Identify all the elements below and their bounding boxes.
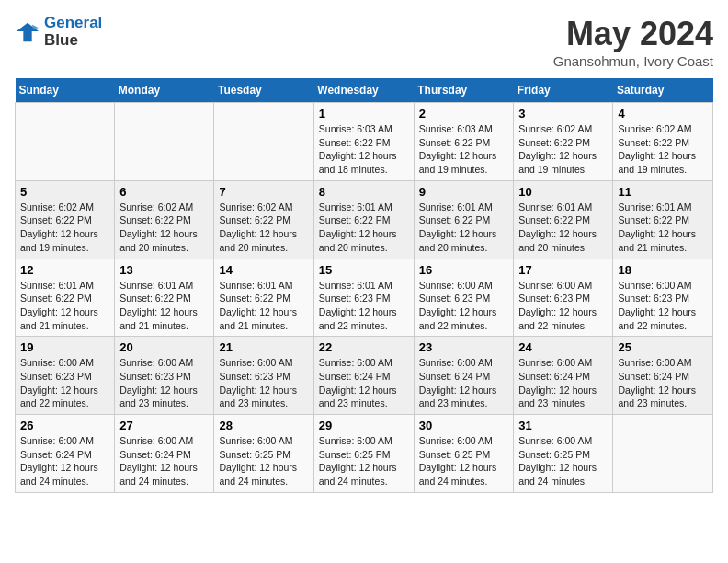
- day-info: Sunrise: 6:02 AM Sunset: 6:22 PM Dayligh…: [119, 201, 209, 255]
- day-number: 16: [419, 263, 509, 277]
- day-info: Sunrise: 6:00 AM Sunset: 6:23 PM Dayligh…: [419, 279, 509, 333]
- calendar-week-2: 5Sunrise: 6:02 AM Sunset: 6:22 PM Daylig…: [16, 180, 713, 259]
- header-day-friday: Friday: [514, 78, 613, 103]
- day-number: 9: [419, 185, 509, 199]
- calendar-cell: 9Sunrise: 6:01 AM Sunset: 6:22 PM Daylig…: [414, 180, 514, 259]
- day-number: 29: [319, 419, 409, 432]
- day-number: 6: [119, 185, 209, 199]
- day-number: 21: [219, 340, 308, 354]
- calendar-cell: [115, 103, 214, 181]
- day-info: Sunrise: 6:01 AM Sunset: 6:22 PM Dayligh…: [618, 201, 708, 255]
- day-number: 31: [518, 419, 608, 432]
- svg-marker-0: [17, 22, 39, 41]
- day-number: 1: [319, 107, 409, 121]
- day-info: Sunrise: 6:00 AM Sunset: 6:23 PM Dayligh…: [119, 356, 209, 410]
- calendar-cell: 25Sunrise: 6:00 AM Sunset: 6:24 PM Dayli…: [613, 337, 713, 415]
- calendar-cell: 29Sunrise: 6:00 AM Sunset: 6:25 PM Dayli…: [313, 415, 414, 493]
- calendar-week-1: 1Sunrise: 6:03 AM Sunset: 6:22 PM Daylig…: [16, 103, 713, 181]
- title-block: May 2024 Gnansohmun, Ivory Coast: [553, 15, 713, 69]
- day-info: Sunrise: 6:00 AM Sunset: 6:24 PM Dayligh…: [20, 434, 109, 488]
- day-number: 19: [20, 340, 109, 354]
- calendar-cell: 19Sunrise: 6:00 AM Sunset: 6:23 PM Dayli…: [16, 337, 115, 415]
- day-number: 23: [419, 340, 509, 354]
- day-number: 7: [219, 185, 308, 199]
- calendar-cell: 12Sunrise: 6:01 AM Sunset: 6:22 PM Dayli…: [16, 259, 115, 337]
- calendar-cell: [16, 103, 115, 181]
- calendar-cell: 4Sunrise: 6:02 AM Sunset: 6:22 PM Daylig…: [613, 103, 713, 181]
- month-title: May 2024: [553, 15, 713, 53]
- day-number: 24: [518, 340, 608, 354]
- calendar-cell: 16Sunrise: 6:00 AM Sunset: 6:23 PM Dayli…: [414, 259, 514, 337]
- day-info: Sunrise: 6:03 AM Sunset: 6:22 PM Dayligh…: [419, 122, 509, 177]
- day-info: Sunrise: 6:02 AM Sunset: 6:22 PM Dayligh…: [618, 122, 708, 177]
- logo-icon: [15, 19, 40, 45]
- calendar-cell: 3Sunrise: 6:02 AM Sunset: 6:22 PM Daylig…: [514, 103, 613, 181]
- calendar-cell: 20Sunrise: 6:00 AM Sunset: 6:23 PM Dayli…: [115, 337, 214, 415]
- calendar-cell: 2Sunrise: 6:03 AM Sunset: 6:22 PM Daylig…: [414, 103, 514, 181]
- day-number: 11: [618, 185, 708, 199]
- day-info: Sunrise: 6:00 AM Sunset: 6:25 PM Dayligh…: [319, 434, 409, 488]
- calendar-cell: [613, 415, 713, 493]
- day-number: 2: [419, 107, 509, 121]
- day-info: Sunrise: 6:01 AM Sunset: 6:22 PM Dayligh…: [319, 201, 409, 255]
- day-info: Sunrise: 6:00 AM Sunset: 6:25 PM Dayligh…: [518, 434, 608, 488]
- day-number: 12: [20, 263, 109, 277]
- calendar-body: 1Sunrise: 6:03 AM Sunset: 6:22 PM Daylig…: [16, 103, 713, 493]
- day-number: 14: [219, 263, 308, 277]
- header-day-thursday: Thursday: [414, 78, 514, 103]
- calendar-header-row: SundayMondayTuesdayWednesdayThursdayFrid…: [16, 78, 713, 103]
- day-info: Sunrise: 6:01 AM Sunset: 6:22 PM Dayligh…: [20, 279, 109, 333]
- day-info: Sunrise: 6:02 AM Sunset: 6:22 PM Dayligh…: [518, 122, 608, 177]
- calendar-cell: 15Sunrise: 6:01 AM Sunset: 6:23 PM Dayli…: [313, 259, 414, 337]
- day-info: Sunrise: 6:03 AM Sunset: 6:22 PM Dayligh…: [319, 122, 409, 177]
- calendar-week-4: 19Sunrise: 6:00 AM Sunset: 6:23 PM Dayli…: [16, 337, 713, 415]
- calendar-cell: 7Sunrise: 6:02 AM Sunset: 6:22 PM Daylig…: [214, 180, 313, 259]
- day-info: Sunrise: 6:00 AM Sunset: 6:23 PM Dayligh…: [219, 356, 308, 410]
- calendar-cell: 26Sunrise: 6:00 AM Sunset: 6:24 PM Dayli…: [16, 415, 115, 493]
- day-info: Sunrise: 6:00 AM Sunset: 6:23 PM Dayligh…: [618, 279, 708, 333]
- calendar-cell: 21Sunrise: 6:00 AM Sunset: 6:23 PM Dayli…: [214, 337, 313, 415]
- header-day-wednesday: Wednesday: [313, 78, 414, 103]
- calendar-cell: 31Sunrise: 6:00 AM Sunset: 6:25 PM Dayli…: [514, 415, 613, 493]
- logo: General Blue: [15, 15, 102, 49]
- day-info: Sunrise: 6:01 AM Sunset: 6:23 PM Dayligh…: [319, 279, 409, 333]
- day-info: Sunrise: 6:00 AM Sunset: 6:24 PM Dayligh…: [319, 356, 409, 410]
- day-number: 20: [119, 340, 209, 354]
- calendar-cell: 5Sunrise: 6:02 AM Sunset: 6:22 PM Daylig…: [16, 180, 115, 259]
- location-subtitle: Gnansohmun, Ivory Coast: [553, 53, 713, 69]
- calendar-cell: 27Sunrise: 6:00 AM Sunset: 6:24 PM Dayli…: [115, 415, 214, 493]
- day-number: 8: [319, 185, 409, 199]
- calendar-cell: 13Sunrise: 6:01 AM Sunset: 6:22 PM Dayli…: [115, 259, 214, 337]
- day-number: 22: [319, 340, 409, 354]
- calendar-cell: 11Sunrise: 6:01 AM Sunset: 6:22 PM Dayli…: [613, 180, 713, 259]
- day-number: 26: [20, 419, 109, 432]
- day-info: Sunrise: 6:00 AM Sunset: 6:25 PM Dayligh…: [219, 434, 308, 488]
- calendar-cell: 8Sunrise: 6:01 AM Sunset: 6:22 PM Daylig…: [313, 180, 414, 259]
- day-info: Sunrise: 6:01 AM Sunset: 6:22 PM Dayligh…: [419, 201, 509, 255]
- day-number: 13: [119, 263, 209, 277]
- header-day-saturday: Saturday: [613, 78, 713, 103]
- day-info: Sunrise: 6:02 AM Sunset: 6:22 PM Dayligh…: [219, 201, 308, 255]
- header-day-sunday: Sunday: [16, 78, 115, 103]
- day-number: 4: [618, 107, 708, 121]
- day-info: Sunrise: 6:01 AM Sunset: 6:22 PM Dayligh…: [518, 201, 608, 255]
- day-info: Sunrise: 6:01 AM Sunset: 6:22 PM Dayligh…: [119, 279, 209, 333]
- day-number: 25: [618, 340, 708, 354]
- calendar-cell: 17Sunrise: 6:00 AM Sunset: 6:23 PM Dayli…: [514, 259, 613, 337]
- day-number: 5: [20, 185, 109, 199]
- calendar-cell: 24Sunrise: 6:00 AM Sunset: 6:24 PM Dayli…: [514, 337, 613, 415]
- logo-text: General Blue: [44, 15, 102, 49]
- calendar-week-5: 26Sunrise: 6:00 AM Sunset: 6:24 PM Dayli…: [16, 415, 713, 493]
- day-number: 28: [219, 419, 308, 432]
- day-number: 15: [319, 263, 409, 277]
- day-info: Sunrise: 6:00 AM Sunset: 6:24 PM Dayligh…: [419, 356, 509, 410]
- header-day-monday: Monday: [115, 78, 214, 103]
- day-info: Sunrise: 6:02 AM Sunset: 6:22 PM Dayligh…: [20, 201, 109, 255]
- day-number: 27: [119, 419, 209, 432]
- calendar-cell: 22Sunrise: 6:00 AM Sunset: 6:24 PM Dayli…: [313, 337, 414, 415]
- day-info: Sunrise: 6:00 AM Sunset: 6:23 PM Dayligh…: [518, 279, 608, 333]
- day-number: 30: [419, 419, 509, 432]
- calendar-cell: 28Sunrise: 6:00 AM Sunset: 6:25 PM Dayli…: [214, 415, 313, 493]
- day-info: Sunrise: 6:00 AM Sunset: 6:23 PM Dayligh…: [20, 356, 109, 410]
- calendar-table: SundayMondayTuesdayWednesdayThursdayFrid…: [15, 78, 713, 493]
